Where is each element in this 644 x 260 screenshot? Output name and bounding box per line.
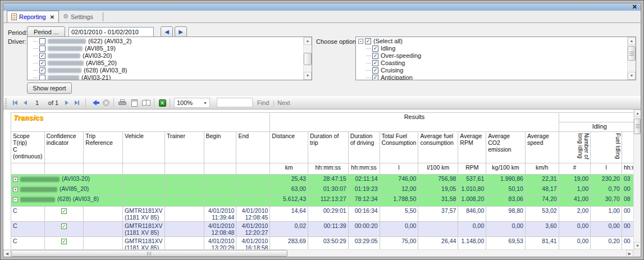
show-report-button[interactable]: Show report	[27, 83, 72, 94]
period-range-input[interactable]	[68, 27, 154, 37]
scrollbar-thumb[interactable]	[628, 46, 636, 61]
driver-id-label: (AVI03-20)	[62, 175, 90, 182]
toolbar-grip[interactable]	[5, 98, 7, 107]
option-checkbox[interactable]: ✓	[372, 67, 378, 74]
option-tree-item[interactable]: ✓Anticipation	[366, 74, 636, 80]
confidence-check-icon: ✓	[61, 208, 67, 214]
collapse-icon[interactable]: −	[13, 197, 18, 202]
tree-connector	[33, 56, 38, 56]
page-setup-button[interactable]	[140, 96, 152, 110]
scroll-up-icon[interactable]: ▲	[304, 37, 312, 45]
period-next-button[interactable]: ▶	[175, 26, 187, 38]
trip-detail-row: C✓GMTR1181XV (1181 XV 85)4/01/2010 11:39…	[11, 207, 641, 222]
scrollbar-thumb[interactable]	[634, 118, 641, 134]
tab-reporting-label: Reporting	[19, 13, 46, 20]
driver-checkbox[interactable]: ✓	[39, 67, 45, 74]
collapse-icon[interactable]: −	[358, 39, 363, 44]
chevron-right-icon: ▶	[179, 29, 183, 35]
option-checkbox[interactable]: ✓	[372, 45, 378, 52]
driver-group-row: +(AVI85_20)63,0001:30:0701:19:2312,0019,…	[11, 185, 641, 195]
prev-page-button[interactable]	[21, 96, 29, 110]
scroll-up-icon[interactable]: ▲	[634, 110, 641, 117]
value-cell: 00:00:20	[348, 222, 380, 237]
option-checkbox[interactable]: ✓	[372, 75, 378, 80]
empty-cell	[204, 195, 236, 207]
scrollbar-thumb[interactable]	[304, 53, 312, 65]
print-button[interactable]	[117, 96, 128, 110]
option-tree-item[interactable]: ✓Idling	[366, 45, 636, 52]
value-cell: 74,20	[525, 195, 559, 207]
report-vertical-scrollbar[interactable]: ▲ ▼	[633, 110, 641, 249]
find-input[interactable]	[217, 98, 253, 107]
scroll-down-icon[interactable]: ▼	[634, 242, 641, 249]
stop-icon: ✕	[103, 99, 109, 106]
tree-connector	[33, 70, 38, 71]
unit-cell	[236, 163, 270, 175]
column-header: End	[236, 132, 270, 163]
driver-checkbox[interactable]	[39, 45, 45, 52]
report-horizontal-scrollbar[interactable]: ◀ ▶	[3, 249, 633, 257]
value-cell: 63,00	[270, 185, 308, 195]
tab-reporting[interactable]: Reporting ✕	[7, 11, 59, 22]
next-link[interactable]: Next	[277, 96, 290, 110]
options-scrollbar[interactable]: ▲ ▼	[627, 37, 636, 80]
driver-tree-item[interactable]: (AVI85_19)	[33, 45, 312, 52]
unit-cell: l	[380, 163, 418, 175]
zoom-select[interactable]: 100% ▼	[174, 98, 210, 108]
driver-checkbox[interactable]	[39, 75, 45, 80]
print-layout-button[interactable]	[129, 96, 139, 110]
tab-strip: Reporting ✕ ⚙ Settings	[3, 11, 641, 23]
option-tree-item[interactable]: ✓Coasting	[366, 60, 636, 67]
column-header: Trip Reference	[84, 132, 123, 163]
driver-checkbox[interactable]: ✓	[39, 60, 45, 66]
driver-id-label: (622) (AVI03_2)	[88, 38, 131, 45]
confidence-check-icon: ✓	[61, 223, 67, 229]
option-checkbox[interactable]: ✓	[365, 38, 371, 44]
first-page-button[interactable]	[10, 96, 20, 110]
back-button[interactable]	[89, 96, 100, 110]
expand-icon[interactable]: +	[13, 187, 18, 192]
driver-scrollbar[interactable]: ▲ ▼	[303, 37, 312, 80]
expand-icon[interactable]: +	[13, 177, 18, 182]
export-excel-button[interactable]: X	[157, 96, 167, 110]
scrollbar-thumb[interactable]	[11, 250, 287, 257]
value-cell: 48,17	[525, 185, 559, 195]
driver-tree-item[interactable]: ✓(AVI85_20)	[33, 60, 312, 67]
option-tree-item[interactable]: ✓Over-speeding	[366, 52, 636, 60]
value-cell: 30,70	[591, 195, 622, 207]
next-page-button[interactable]	[63, 96, 71, 110]
option-tree-item[interactable]: ✓Cruising	[366, 67, 636, 74]
unit-cell: km/h	[525, 163, 559, 175]
tab-close-icon[interactable]: ✕	[50, 14, 54, 20]
empty-cell	[236, 195, 270, 207]
driver-tree-item[interactable]: ✓(628) (AVI03_8)	[33, 67, 312, 74]
unit-cell	[84, 163, 123, 175]
driver-group-row: −(628) (AVI03_8)5.612,43112:13:2778:12:3…	[11, 195, 641, 207]
scroll-down-icon[interactable]: ▼	[628, 72, 636, 80]
window-close-icon[interactable]: ✕	[629, 4, 641, 10]
column-header: Average fuel consumption	[418, 132, 458, 163]
find-link[interactable]: Find	[257, 96, 269, 110]
value-cell: 230,20	[591, 175, 622, 185]
option-tree-item[interactable]: −✓(Select all)	[358, 38, 636, 45]
tab-settings[interactable]: ⚙ Settings	[59, 11, 97, 22]
filter-panel: Period: Period ... ◀ ▶ Driver: (622) (AV…	[3, 23, 641, 96]
driver-tree-item[interactable]: (622) (AVI03_2)	[33, 38, 312, 45]
last-page-button[interactable]	[72, 96, 82, 110]
driver-tree-item[interactable]: ✓(AVI03-20)	[33, 52, 312, 60]
driver-checkbox[interactable]: ✓	[39, 53, 45, 59]
current-page-input[interactable]: 1	[33, 96, 42, 110]
scroll-up-icon[interactable]: ▲	[628, 37, 636, 45]
redacted-driver-name	[48, 39, 86, 44]
scroll-down-icon[interactable]: ▼	[304, 72, 312, 80]
driver-checkbox[interactable]	[39, 38, 45, 44]
driver-tree-item[interactable]: (AVI03-21)	[33, 74, 312, 80]
scroll-left-icon[interactable]: ◀	[3, 250, 11, 257]
scroll-right-icon[interactable]: ▶	[626, 250, 633, 257]
period-button[interactable]: Period ...	[27, 26, 65, 38]
option-checkbox[interactable]: ✓	[372, 53, 378, 59]
option-checkbox[interactable]: ✓	[372, 60, 378, 66]
stop-button[interactable]: ✕	[101, 96, 111, 110]
confidence-check-icon: ✓	[61, 239, 67, 244]
period-prev-button[interactable]: ◀	[161, 26, 173, 38]
